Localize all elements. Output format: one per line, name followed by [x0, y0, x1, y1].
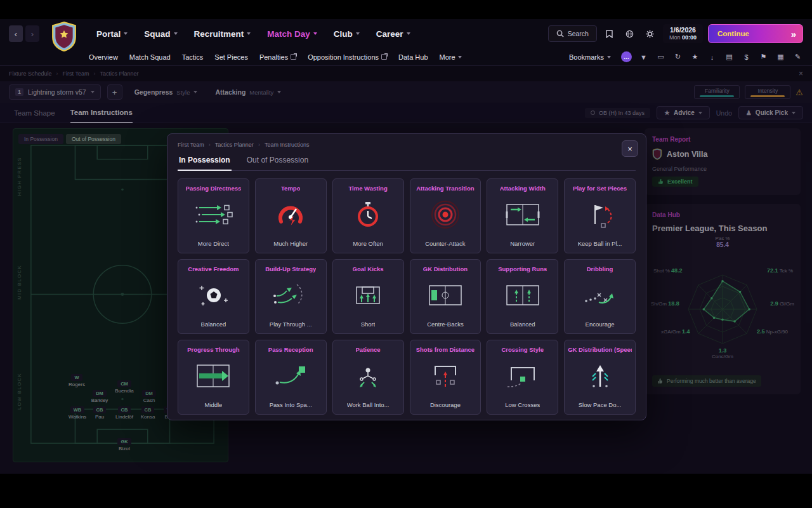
chevron-down-icon: [313, 32, 317, 35]
card-shots-from-distance[interactable]: Shots from Distance Discourage: [410, 340, 481, 415]
card-play-for-set-pieces[interactable]: Play for Set Pieces Keep Ball in Pl...: [564, 178, 636, 253]
flag-icon[interactable]: ⚑: [758, 51, 769, 62]
bookmark-icon[interactable]: [602, 26, 617, 41]
subnav-more[interactable]: More: [440, 53, 462, 61]
chevron-down-icon: [458, 56, 462, 58]
inbox-icon[interactable]: ↓: [707, 51, 717, 62]
chevron-down-icon: [174, 32, 178, 35]
card-goal-kicks[interactable]: Goal Kicks Short: [332, 259, 404, 334]
subnav-match-squad[interactable]: Match Squad: [129, 53, 171, 61]
external-link-icon: [291, 54, 296, 60]
card-supporting-runs[interactable]: Supporting Runs Balanced: [487, 259, 558, 334]
subnav-set-pieces[interactable]: Set Pieces: [214, 53, 248, 61]
menu-match-day[interactable]: Match Day: [267, 29, 317, 39]
menu-club[interactable]: Club: [334, 29, 360, 39]
card-attacking-width[interactable]: Attacking Width Narrower: [487, 178, 558, 253]
main-menu: Portal Squad Recruitment Match Day Club …: [96, 29, 410, 39]
kit-icon[interactable]: ▼: [638, 51, 649, 62]
build-up-icon: [270, 281, 311, 312]
tempo-icon: [270, 200, 311, 232]
back-button[interactable]: ‹: [9, 25, 23, 42]
menu-squad[interactable]: Squad: [144, 29, 177, 39]
tactics-board-icon[interactable]: ▭: [655, 51, 666, 62]
card-build-up-strategy[interactable]: Build-Up Strategy Play Through ...: [255, 259, 327, 334]
card-attacking-transition[interactable]: Attacking Transition Counter-Attack: [410, 178, 481, 253]
news-icon[interactable]: ▤: [724, 51, 735, 62]
search-button[interactable]: Search: [548, 25, 597, 42]
app-header: ‹ › Portal Squad Recruitment Match Day C…: [0, 19, 812, 66]
supporting-runs-icon: [502, 281, 543, 312]
close-button[interactable]: ×: [622, 140, 638, 157]
creative-freedom-icon: [193, 281, 233, 312]
menu-career[interactable]: Career: [376, 29, 410, 39]
card-crossing-style[interactable]: Crossing Style Low Crosses: [487, 340, 558, 415]
club-crest[interactable]: [51, 21, 77, 53]
gk-distribution-speed-icon: [580, 361, 620, 393]
continue-button[interactable]: Continue »: [708, 24, 803, 43]
instruction-cards-grid: Passing Directness More Direct Tempo: [178, 178, 636, 415]
card-dribbling[interactable]: Dribbling Encourage: [564, 259, 636, 334]
card-progress-through[interactable]: Progress Through Middle: [178, 340, 249, 415]
time-wasting-icon: [348, 200, 388, 232]
pass-reception-icon: [270, 361, 311, 393]
card-tempo[interactable]: Tempo Much Higher: [255, 178, 327, 253]
globe-icon[interactable]: [622, 26, 638, 41]
card-pass-reception[interactable]: Pass Reception Pass Into Spa...: [255, 340, 327, 415]
card-gk-distribution-speed[interactable]: GK Distribution (Speed Slow Pace Do...: [564, 340, 636, 415]
forward-button[interactable]: ›: [25, 25, 39, 42]
modal-breadcrumb: First Team Tactics Planner Team Instruct…: [178, 142, 636, 148]
team-instructions-modal: First Team Tactics Planner Team Instruct…: [167, 133, 646, 420]
gear-icon[interactable]: [643, 26, 658, 41]
subnav-data-hub[interactable]: Data Hub: [398, 53, 428, 61]
modal-tabs: In Possession Out of Possession: [178, 153, 636, 171]
assistant-chat-icon[interactable]: …: [621, 51, 632, 62]
fast-forward-icon: »: [791, 29, 796, 39]
dribbling-icon: [580, 281, 620, 312]
crossing-style-icon: [502, 361, 543, 393]
menu-portal[interactable]: Portal: [96, 29, 128, 39]
attacking-transition-icon: [425, 200, 466, 232]
modal-tab-out-of-possession[interactable]: Out of Possession: [246, 153, 310, 170]
goal-kicks-icon: [348, 281, 388, 312]
chevron-down-icon: [247, 32, 251, 35]
attacking-width-icon: [502, 200, 543, 232]
chevron-down-icon: [607, 56, 611, 58]
external-link-icon: [381, 54, 387, 60]
shots-distance-icon: [425, 361, 466, 393]
subnav-penalties[interactable]: Penalties: [259, 53, 296, 61]
subnav-opposition-instructions[interactable]: Opposition Instructions: [308, 53, 387, 61]
trophy-icon[interactable]: ★: [690, 51, 700, 62]
subnav-overview[interactable]: Overview: [89, 53, 118, 61]
card-creative-freedom[interactable]: Creative Freedom Balanced: [178, 259, 249, 334]
subnav-tactics[interactable]: Tactics: [182, 53, 204, 61]
finances-icon[interactable]: $: [741, 51, 752, 62]
modal-tab-in-possession[interactable]: In Possession: [178, 153, 232, 171]
passing-directness-icon: [193, 200, 233, 232]
app-window: ‹ › Portal Squad Recruitment Match Day C…: [0, 19, 812, 474]
progress-through-icon: [193, 361, 233, 393]
search-icon: [556, 30, 564, 37]
chevron-down-icon: [124, 32, 128, 35]
game-date[interactable]: 1/6/2026 Mon 00:00: [663, 24, 703, 43]
calendar-icon[interactable]: ▦: [775, 51, 786, 62]
bookmarks-dropdown[interactable]: Bookmarks: [569, 53, 611, 61]
chevron-down-icon: [407, 32, 410, 35]
menu-recruitment[interactable]: Recruitment: [194, 29, 251, 39]
sync-icon[interactable]: ↻: [672, 51, 683, 62]
patience-icon: [348, 361, 388, 393]
card-passing-directness[interactable]: Passing Directness More Direct: [178, 178, 249, 253]
chevron-down-icon: [356, 32, 360, 35]
gk-distribution-icon: [425, 281, 466, 312]
card-patience[interactable]: Patience Work Ball Into...: [332, 340, 404, 415]
notes-icon[interactable]: ✎: [792, 51, 803, 62]
card-gk-distribution[interactable]: GK Distribution Centre-Backs: [410, 259, 481, 334]
card-time-wasting[interactable]: Time Wasting More Often: [332, 178, 404, 253]
set-pieces-icon: [580, 200, 620, 232]
